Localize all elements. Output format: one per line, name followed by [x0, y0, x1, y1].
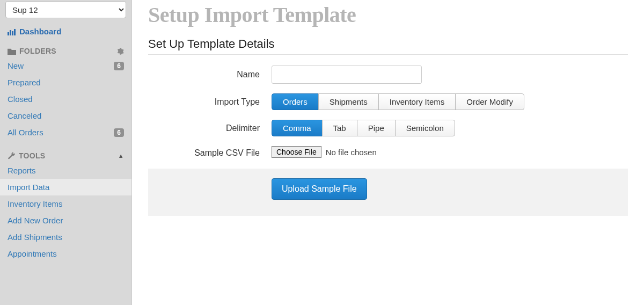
- name-label: Name: [148, 70, 272, 79]
- svg-rect-2: [12, 31, 13, 35]
- choose-file-button[interactable]: Choose File: [272, 146, 321, 158]
- sidebar-item-label: All Orders: [8, 128, 43, 137]
- import-type-option[interactable]: Inventory Items: [378, 93, 456, 110]
- sidebar: Sup 12 Dashboard FOLDERS New6PreparedClo…: [0, 0, 132, 305]
- tools-header: TOOLS ▲: [0, 146, 131, 162]
- import-type-label: Import Type: [148, 97, 272, 107]
- sidebar-item-label: Add New Order: [8, 216, 63, 225]
- import-type-option[interactable]: Order Modify: [455, 93, 524, 110]
- main-content: Setup Import Template Set Up Template De…: [132, 0, 644, 305]
- sidebar-tool-item[interactable]: Import Data: [0, 179, 131, 195]
- section-title: Set Up Template Details: [148, 37, 628, 51]
- sample-csv-label: Sample CSV File: [148, 146, 272, 158]
- sidebar-item-label: Import Data: [8, 183, 49, 192]
- folders-header: FOLDERS: [0, 41, 131, 57]
- sidebar-tool-item[interactable]: Reports: [0, 162, 131, 179]
- delimiter-group: CommaTabPipeSemicolon: [272, 120, 455, 136]
- supplier-select[interactable]: Sup 12: [5, 1, 126, 18]
- sidebar-item-label: Reports: [8, 166, 36, 175]
- sidebar-tool-item[interactable]: Add New Order: [0, 212, 131, 229]
- delimiter-option[interactable]: Comma: [272, 120, 323, 136]
- caret-up-icon[interactable]: ▲: [118, 152, 124, 159]
- delimiter-option[interactable]: Pipe: [357, 120, 396, 136]
- upload-sample-button[interactable]: Upload Sample File: [272, 178, 367, 200]
- import-type-option[interactable]: Shipments: [318, 93, 379, 110]
- name-input[interactable]: [272, 66, 422, 84]
- sidebar-tool-item[interactable]: Add Shipments: [0, 229, 131, 245]
- tools-header-label: TOOLS: [19, 151, 45, 160]
- file-status: No file chosen: [326, 148, 377, 157]
- sidebar-folder-item[interactable]: Canceled: [0, 107, 131, 124]
- count-badge: 6: [114, 128, 124, 137]
- sidebar-item-label: Add Shipments: [8, 233, 62, 242]
- gear-icon[interactable]: [116, 47, 124, 55]
- sidebar-item-label: New: [8, 61, 24, 70]
- import-type-option[interactable]: Orders: [272, 93, 319, 110]
- svg-rect-1: [10, 30, 11, 35]
- page-title: Setup Import Template: [148, 2, 628, 27]
- sidebar-folder-item[interactable]: Prepared: [0, 74, 131, 91]
- sidebar-tool-item[interactable]: Appointments: [0, 245, 131, 262]
- sidebar-item-label: Closed: [8, 95, 33, 104]
- dashboard-link[interactable]: Dashboard: [0, 23, 131, 41]
- sidebar-folder-item[interactable]: New6: [0, 57, 131, 74]
- chart-icon: [8, 28, 16, 35]
- sidebar-item-label: Inventory Items: [8, 199, 63, 208]
- sidebar-item-label: Appointments: [8, 249, 57, 258]
- count-badge: 6: [114, 62, 124, 70]
- dashboard-label: Dashboard: [19, 27, 61, 36]
- wrench-icon: [8, 152, 16, 160]
- delimiter-option[interactable]: Semicolon: [395, 120, 455, 136]
- sidebar-folder-item[interactable]: Closed: [0, 91, 131, 107]
- sidebar-item-label: Prepared: [8, 78, 41, 87]
- sidebar-item-label: Canceled: [8, 111, 41, 120]
- delimiter-option[interactable]: Tab: [322, 120, 357, 136]
- folder-icon: [8, 48, 16, 55]
- import-type-group: OrdersShipmentsInventory ItemsOrder Modi…: [272, 93, 524, 110]
- folders-header-label: FOLDERS: [19, 47, 56, 55]
- actions-bar: Upload Sample File: [148, 169, 628, 216]
- svg-rect-3: [14, 29, 16, 35]
- sidebar-tool-item[interactable]: Inventory Items: [0, 195, 131, 212]
- svg-rect-0: [8, 32, 9, 35]
- sidebar-folder-item[interactable]: All Orders6: [0, 124, 131, 141]
- delimiter-label: Delimiter: [148, 124, 272, 133]
- divider: [148, 54, 628, 55]
